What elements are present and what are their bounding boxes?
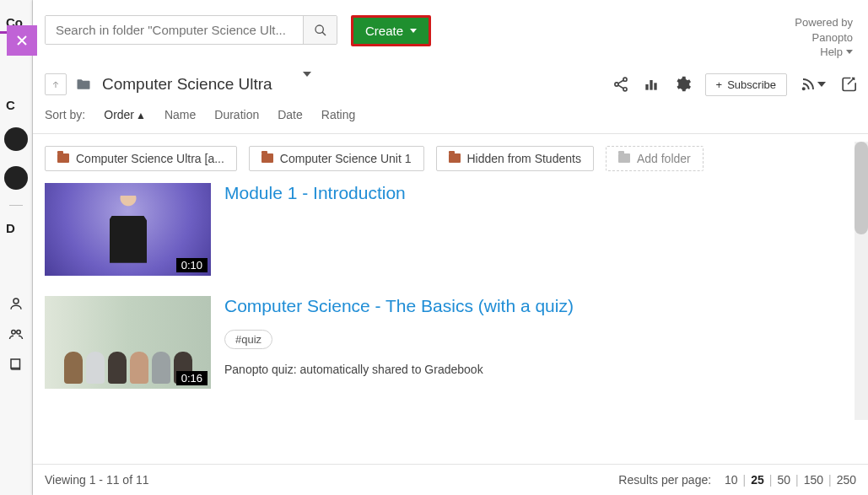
svg-rect-7 <box>645 84 648 90</box>
svg-point-1 <box>12 331 16 335</box>
svg-rect-8 <box>650 80 652 90</box>
powered-line2: Panopto <box>795 30 853 46</box>
close-icon <box>15 34 29 47</box>
video-title-link[interactable]: Module 1 - Introduction <box>224 183 856 203</box>
create-label: Create <box>365 24 403 38</box>
breadcrumb-row: Computer Science Ultra + Subscribe <box>33 70 868 103</box>
peek-avatar-1 <box>4 127 28 151</box>
scrollbar-thumb[interactable] <box>855 142 868 234</box>
thumbnail-art <box>64 352 192 384</box>
stats-icon[interactable] <box>643 76 660 93</box>
rpp-label: Results per page: <box>618 473 711 487</box>
rpp-option-150[interactable]: 150 <box>804 473 823 487</box>
subfolder-chips: Computer Science Ultra [a... Computer Sc… <box>33 134 868 183</box>
rpp-option-50[interactable]: 50 <box>777 473 790 487</box>
panopto-panel: Create Powered by Panopto Help Computer … <box>33 0 868 495</box>
chevron-down-icon <box>846 50 853 54</box>
group-icon <box>8 326 24 342</box>
open-external-icon[interactable] <box>839 76 856 93</box>
peek-label-2: C <box>0 98 15 112</box>
video-title-link[interactable]: Computer Science - The Basics (with a qu… <box>224 296 856 316</box>
viewing-label: Viewing 1 - 11 of 11 <box>45 473 149 487</box>
sort-arrow-icon: ▲ <box>136 110 146 121</box>
svg-point-0 <box>13 299 19 304</box>
help-label: Help <box>820 45 843 60</box>
sort-option-rating[interactable]: Rating <box>321 108 355 121</box>
peek-divider <box>9 205 23 206</box>
video-meta: Module 1 - Introduction <box>224 183 856 276</box>
folder-icon <box>57 153 69 163</box>
person-icon <box>8 296 24 311</box>
search-wrap <box>45 15 337 45</box>
duration-badge: 0:10 <box>176 258 208 272</box>
folder-actions: + Subscribe <box>612 73 856 96</box>
subscribe-label: Subscribe <box>727 78 776 91</box>
video-description: Panopto quiz: automatically shared to Gr… <box>224 363 856 376</box>
share-icon[interactable] <box>612 76 629 93</box>
thumbnail-art <box>107 196 149 263</box>
rpp-option-250[interactable]: 250 <box>837 473 856 487</box>
subfolder-chip[interactable]: Computer Science Ultra [a... <box>45 146 237 171</box>
video-tag[interactable]: #quiz <box>224 330 272 349</box>
list-item: 0:10 Module 1 - Introduction <box>45 183 856 276</box>
list-item: 0:16 Computer Science - The Basics (with… <box>45 296 856 389</box>
svg-point-3 <box>315 25 323 33</box>
search-button[interactable] <box>303 16 337 44</box>
search-icon <box>314 24 327 37</box>
gear-icon[interactable] <box>673 75 692 94</box>
svg-point-2 <box>17 331 21 335</box>
video-list[interactable]: 0:10 Module 1 - Introduction 0:16 Comput… <box>33 183 868 465</box>
chevron-down-icon <box>817 82 826 87</box>
results-per-page: Results per page: 10| 25| 50| 150| 250 <box>618 473 856 487</box>
chevron-down-icon <box>303 72 311 91</box>
powered-line1: Powered by <box>795 15 853 30</box>
sort-row: Sort by: Order▲ Name Duration Date Ratin… <box>33 103 868 134</box>
rpp-option-25[interactable]: 25 <box>751 473 764 487</box>
create-button[interactable]: Create <box>353 18 429 44</box>
sort-option-order[interactable]: Order▲ <box>104 108 146 121</box>
peek-label-3: D <box>0 221 15 235</box>
sort-label: Sort by: <box>45 108 85 121</box>
sort-option-date[interactable]: Date <box>278 108 303 121</box>
plus-icon: + <box>716 78 723 91</box>
folder-icon <box>449 153 461 163</box>
duration-badge: 0:16 <box>176 371 208 385</box>
svg-rect-9 <box>654 83 656 89</box>
up-folder-button[interactable] <box>45 73 67 95</box>
folder-icon <box>618 153 630 163</box>
book-icon <box>8 357 24 372</box>
background-sidebar: Co C D <box>0 0 33 495</box>
sort-option-name[interactable]: Name <box>164 108 196 121</box>
scrollbar[interactable] <box>855 142 868 420</box>
top-bar: Create Powered by Panopto Help <box>33 0 868 70</box>
subfolder-chip[interactable]: Hidden from Students <box>436 146 594 171</box>
close-panel-button[interactable] <box>7 25 37 56</box>
rss-icon <box>801 77 816 92</box>
video-thumbnail[interactable]: 0:16 <box>45 296 211 389</box>
chevron-down-icon <box>410 29 417 33</box>
subfolder-chip[interactable]: Computer Science Unit 1 <box>249 146 424 171</box>
arrow-up-icon <box>51 79 61 89</box>
create-highlight: Create <box>351 15 431 46</box>
rss-menu[interactable] <box>801 77 826 92</box>
svg-point-10 <box>803 88 805 89</box>
subscribe-button[interactable]: + Subscribe <box>705 73 787 96</box>
video-thumbnail[interactable]: 0:10 <box>45 183 211 276</box>
folder-icon <box>261 153 273 163</box>
folder-icon <box>73 76 94 93</box>
folder-dropdown[interactable] <box>303 77 311 92</box>
video-meta: Computer Science - The Basics (with a qu… <box>224 296 856 389</box>
add-folder-chip[interactable]: Add folder <box>606 146 704 171</box>
list-footer: Viewing 1 - 11 of 11 Results per page: 1… <box>33 465 868 495</box>
sort-option-duration[interactable]: Duration <box>214 108 259 121</box>
peek-avatar-2 <box>4 166 28 190</box>
rpp-option-10[interactable]: 10 <box>725 473 738 487</box>
folder-title[interactable]: Computer Science Ultra <box>102 75 272 94</box>
help-menu[interactable]: Help <box>795 45 853 60</box>
search-input[interactable] <box>46 16 303 44</box>
powered-by: Powered by Panopto Help <box>795 15 856 60</box>
